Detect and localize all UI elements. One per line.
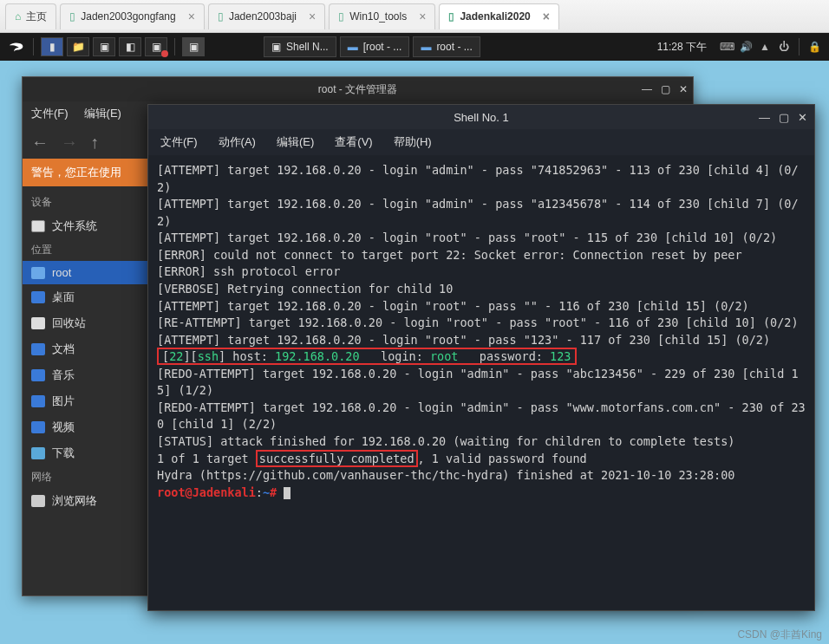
warning-text: 警告，您正在使用: [31, 165, 121, 180]
tab-label: 主页: [26, 10, 47, 24]
sidebar-item-music[interactable]: 音乐: [23, 362, 148, 388]
out-line: Hydra (https://github.com/vanhauser-thc/…: [157, 468, 734, 482]
panel-launcher-files[interactable]: 📁: [67, 37, 89, 56]
sidebar-item-pictures[interactable]: 图片: [23, 388, 148, 414]
task-root-2[interactable]: ▬ root - ...: [413, 36, 480, 57]
out-line: [REDO-ATTEMPT] target 192.168.0.20 - log…: [157, 367, 799, 398]
success-highlight: successfully completed: [256, 450, 418, 467]
panel-launcher-4[interactable]: ◧: [119, 37, 141, 56]
out-line: [ERROR] could not connect to target port…: [157, 248, 742, 262]
section-network: 网络: [23, 466, 148, 488]
close-icon[interactable]: ×: [188, 10, 195, 23]
fm-sidebar: 设备 文件系统 位置 root 桌面 回收站 文档 音乐 图片 视频 下载 网络…: [23, 186, 148, 595]
power-icon[interactable]: ⏻: [776, 41, 792, 53]
sidebar-item-trash[interactable]: 回收站: [23, 310, 148, 336]
menu-view[interactable]: 查看(V): [335, 134, 372, 150]
home-icon: ⌂: [15, 10, 21, 23]
task-label: [root - ...: [363, 41, 402, 53]
browser-tab-strip: ⌂ 主页 ▯ Jaden2003gongfang × ▯ Jaden2003ba…: [0, 0, 829, 33]
sidebar-item-filesystem[interactable]: 文件系统: [23, 213, 148, 239]
pictures-icon: [31, 395, 45, 407]
back-icon[interactable]: ←: [31, 133, 49, 153]
sidebar-item-root[interactable]: root: [23, 261, 148, 284]
menu-action[interactable]: 动作(A): [219, 134, 256, 150]
prompt-line: root@Jadenkali:~#: [157, 485, 290, 499]
documents-icon: [31, 343, 45, 355]
network-icon: [31, 495, 45, 507]
tab-home[interactable]: ⌂ 主页: [5, 3, 56, 29]
menu-edit[interactable]: 编辑(E): [84, 106, 121, 121]
terminal-icon: ▣: [271, 41, 281, 53]
tab-jaden-gongfang[interactable]: ▯ Jaden2003gongfang ×: [60, 3, 205, 29]
minimize-icon[interactable]: —: [759, 111, 770, 124]
kali-top-panel: ▮ 📁 ▣ ◧ ▣ ▣ ▣ Shell N... ▬ [root - ... ▬…: [0, 33, 829, 61]
task-root-fm[interactable]: ▬ [root - ...: [340, 36, 410, 57]
downloads-icon: [31, 447, 45, 459]
out-line: [ERROR] ssh protocol error: [157, 264, 340, 278]
folder-icon: ▬: [421, 41, 431, 53]
vm-icon: ▯: [69, 10, 75, 23]
desktop-icon: [31, 291, 45, 303]
panel-launcher-terminal[interactable]: ▣: [93, 37, 115, 56]
panel-launcher-terminal-active[interactable]: ▣: [182, 37, 205, 56]
volume-icon[interactable]: 🔊: [738, 41, 754, 53]
out-line: [ATTEMPT] target 192.168.0.20 - login "a…: [157, 163, 799, 194]
music-icon: [31, 369, 45, 381]
vm-icon: ▯: [448, 10, 454, 23]
out-line: [ATTEMPT] target 192.168.0.20 - login "r…: [157, 333, 770, 347]
section-devices: 设备: [23, 192, 148, 213]
vm-icon: ▯: [338, 10, 344, 23]
out-line: [ATTEMPT] target 192.168.0.20 - login "r…: [157, 299, 749, 313]
sidebar-item-desktop[interactable]: 桌面: [23, 284, 148, 310]
shell-menubar: 文件(F) 动作(A) 编辑(E) 查看(V) 帮助(H): [148, 129, 814, 155]
up-icon[interactable]: ↑: [90, 133, 99, 153]
tab-jaden-baji[interactable]: ▯ Jaden2003baji ×: [208, 3, 325, 29]
close-icon[interactable]: ✕: [679, 83, 688, 95]
out-line: 1 of 1 target successfully completed, 1 …: [157, 450, 587, 467]
close-icon[interactable]: ×: [309, 10, 316, 23]
tab-label: Win10_tools: [349, 10, 407, 23]
terminal-output[interactable]: [ATTEMPT] target 192.168.0.20 - login "a…: [148, 155, 814, 508]
sidebar-item-browse-network[interactable]: 浏览网络: [23, 488, 148, 514]
tab-label: Jadenkali2020: [460, 10, 530, 23]
shell-titlebar[interactable]: Shell No. 1 — ▢ ✕: [148, 105, 814, 129]
menu-help[interactable]: 帮助(H): [394, 134, 432, 150]
out-line: [ATTEMPT] target 192.168.0.20 - login "a…: [157, 197, 799, 228]
tab-jadenkali2020[interactable]: ▯ Jadenkali2020 ×: [439, 3, 559, 29]
maximize-icon[interactable]: ▢: [661, 83, 670, 95]
menu-edit[interactable]: 编辑(E): [277, 134, 314, 150]
keyboard-icon[interactable]: ⌨: [719, 41, 734, 53]
sidebar-item-documents[interactable]: 文档: [23, 336, 148, 362]
out-line: [RE-ATTEMPT] target 192.168.0.20 - login…: [157, 315, 799, 329]
tab-win10-tools[interactable]: ▯ Win10_tools ×: [329, 3, 435, 29]
cursor: [284, 487, 290, 499]
task-shell[interactable]: ▣ Shell N...: [264, 36, 336, 57]
sidebar-item-downloads[interactable]: 下载: [23, 440, 148, 466]
clock[interactable]: 11:28 下午: [657, 40, 707, 55]
sidebar-item-videos[interactable]: 视频: [23, 414, 148, 440]
found-credentials-highlight: [22][ssh] host: 192.168.0.20 login: root…: [157, 348, 577, 365]
fm-title: root - 文件管理器: [318, 82, 397, 97]
notification-icon[interactable]: ▲: [757, 41, 773, 53]
lock-icon[interactable]: 🔒: [806, 41, 822, 53]
videos-icon: [31, 421, 45, 433]
watermark: CSDN @非酋King: [737, 628, 822, 642]
close-icon[interactable]: ✕: [798, 111, 807, 124]
fm-titlebar[interactable]: root - 文件管理器 — ▢ ✕: [23, 77, 693, 101]
tab-label: Jaden2003gongfang: [81, 10, 175, 23]
section-places: 位置: [23, 239, 148, 261]
close-icon[interactable]: ×: [543, 10, 550, 23]
panel-launcher-1[interactable]: ▮: [41, 37, 63, 56]
close-icon[interactable]: ×: [419, 10, 426, 23]
out-line: [REDO-ATTEMPT] target 192.168.0.20 - log…: [157, 400, 806, 432]
maximize-icon[interactable]: ▢: [779, 111, 789, 124]
forward-icon[interactable]: →: [61, 133, 78, 153]
minimize-icon[interactable]: —: [642, 83, 652, 95]
menu-file[interactable]: 文件(F): [160, 134, 198, 150]
shell-title: Shell No. 1: [454, 111, 509, 124]
tab-label: Jaden2003baji: [229, 10, 297, 23]
kali-logo-icon[interactable]: [7, 37, 26, 56]
menu-file[interactable]: 文件(F): [31, 106, 69, 121]
trash-icon: [31, 317, 45, 329]
panel-launcher-5[interactable]: ▣: [145, 37, 167, 56]
